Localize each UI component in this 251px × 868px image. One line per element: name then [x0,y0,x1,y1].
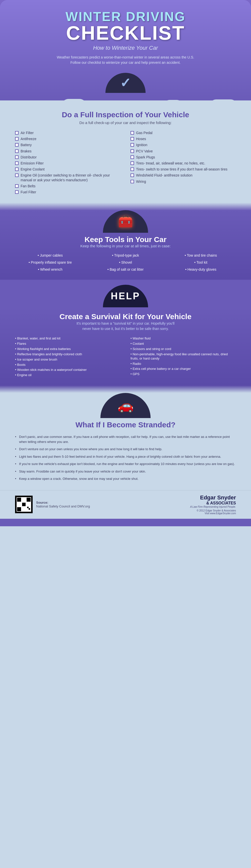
tools-title: Keep Tools in Your Car [15,235,236,244]
checklist-item: Gas Pedal [130,130,236,136]
tool-item: Jumper cables [15,253,85,258]
checkbox[interactable] [15,149,19,153]
checkbox[interactable] [15,174,19,177]
tool-item: Heavy-duty gloves [166,267,236,272]
checklist-item-label: Fan Belts [21,184,35,188]
checklist-item: Brakes [15,148,121,154]
help-dome: HELP [103,285,148,307]
checklist-item: Emission Filter [15,160,121,166]
checkbox[interactable] [130,149,134,153]
tool-dome-wrap: 🧰 [15,210,236,233]
checklist-item: Engine Coolant [15,166,121,172]
stranded-title: What If I Become Stranded? [15,421,236,429]
checklist-item-label: PCV Valve [136,149,153,153]
firm-name: Edgar Snyder & ASSOCIATES [190,494,236,505]
help-transition: HELP [0,280,251,307]
checklist-right: Gas PedalHosesIgnitionPCV ValveSpark Plu… [130,130,236,195]
car-dome: 🚗 [100,393,151,418]
tool-item: Tool kit [166,259,236,265]
tool-item: Shovel [90,259,161,265]
checklist-item-label: Engine Oil (consider switching to a thin… [21,173,121,182]
checklist-item: Spark Plugs [130,154,236,160]
checkbox[interactable] [15,137,19,141]
tool-item: Wheel wrench [15,267,85,272]
checklist-item-label: Engine Coolant [21,167,45,172]
checklist-item: PCV Valve [130,148,236,154]
checkbox[interactable] [15,184,19,188]
help-icon: HELP [111,291,140,302]
checkbox[interactable] [15,143,19,147]
title-line1: WINTER DRIVING [15,10,236,23]
snow-divider-2 [0,203,251,210]
footer: Source: National Safety Council and DMV.… [0,490,251,519]
checklist-item-label: Ignition [136,143,147,147]
footer-right: Edgar Snyder & ASSOCIATES A Law Firm Rep… [190,494,236,515]
checklist-item: Fuel Filter [15,189,121,195]
checklist-item-label: Windshield Fluid- antifreeze solution [136,173,192,178]
checklist-item: Air Filter [15,130,121,136]
checklist-item-label: Emission Filter [21,161,44,165]
checkbox[interactable] [130,155,134,159]
survival-item: Working flashlight and extra batteries [15,346,121,352]
checklist-item-label: Tires- tread, air, sidewall wear, no hol… [136,161,205,165]
survival-title: Create a Survival Kit for Your Vehicle [15,312,236,321]
checklist-item: Wiring [130,179,236,185]
snow-divider-3 [0,385,251,393]
firm-name-text: Edgar Snyder [200,494,236,501]
checkbox[interactable] [130,131,134,134]
checkbox[interactable] [15,155,19,159]
tool-dome: 🧰 [103,210,148,233]
tool-item: Bag of salt or cat litter [90,267,161,272]
checkbox[interactable] [130,167,134,171]
checklist-item-label: Fuel Filter [21,190,36,194]
survival-item: Boots [15,362,121,368]
check-icon: ✓ [120,75,131,90]
survival-item: Extra cell phone battery or a car charge… [130,366,236,372]
checklist-item-label: Gas Pedal [136,130,152,135]
footer-left: Source: National Safety Council and DMV.… [15,496,90,513]
stranded-item: If you're sure the vehicle's exhaust pip… [15,460,236,468]
checklist-item: Antifreeze [15,136,121,142]
checkbox[interactable] [130,143,134,147]
survival-right-col: Washer fluidCoolantScissors and string o… [130,336,236,378]
source-info: Source: National Safety Council and DMV.… [36,501,90,508]
checkbox[interactable] [130,137,134,141]
source-text: National Safety Council and DMV.org [36,504,90,508]
checklist-item-label: Tires- switch to snow tires if you don't… [136,167,227,172]
stranded-list: Don't panic, and use common sense. If yo… [15,433,236,483]
checklist-item-label: Wiring [136,179,146,184]
stranded-item: Don't panic, and use common sense. If yo… [15,433,236,445]
checkbox[interactable] [15,161,19,165]
qr-code [15,496,33,513]
header-section: WINTER DRIVING CHECKLIST How to Winteriz… [0,0,251,100]
survival-left-col: Blanket, water, and first aid kitFlaresW… [15,336,121,378]
checkbox[interactable] [130,180,134,183]
checkbox[interactable] [15,190,19,194]
survival-grid: Blanket, water, and first aid kitFlaresW… [15,336,236,378]
survival-item: Blanket, water, and first aid kit [15,336,121,341]
stranded-item: Light two flares and put them 5-10 feet … [15,453,236,461]
checkbox[interactable] [15,131,19,134]
page-wrapper: WINTER DRIVING CHECKLIST How to Winteriz… [0,0,251,526]
checklist-item: Tires- tread, air, sidewall wear, no hol… [130,160,236,166]
copyright: © 2012 Edgar Snyder & Associates Visit w… [190,509,236,515]
survival-item: Wooden stick matches in a waterproof con… [15,367,121,373]
survival-item: GPS [130,372,236,377]
tools-subtitle: Keep the following in your car at all ti… [15,244,236,248]
survival-item: Washer fluid [130,336,236,341]
checklist-left: Air FilterAntifreezeBatteryBrakesDistrib… [15,130,121,195]
checklist-item: Distributor [15,154,121,160]
checkbox[interactable] [15,167,19,171]
survival-item: Radio [130,361,236,367]
inspection-section: Do a Full Inspection of Your Vehicle Do … [0,105,251,203]
checklist-item: Engine Oil (consider switching to a thin… [15,172,121,183]
inspection-subtitle: Do a full check-up of your car and inspe… [15,121,236,125]
stranded-section: 🚗 What If I Become Stranded? Don't panic… [0,393,251,490]
checkbox[interactable] [130,161,134,165]
survival-item: Scissors and string or cord [130,346,236,352]
checkbox[interactable] [130,174,134,177]
checklist-item: Hoses [130,136,236,142]
survival-item: Ice scraper and snow brush [15,357,121,362]
survival-item: Reflective triangles and brightly-colore… [15,352,121,357]
checklist-item: Windshield Fluid- antifreeze solution [130,172,236,178]
